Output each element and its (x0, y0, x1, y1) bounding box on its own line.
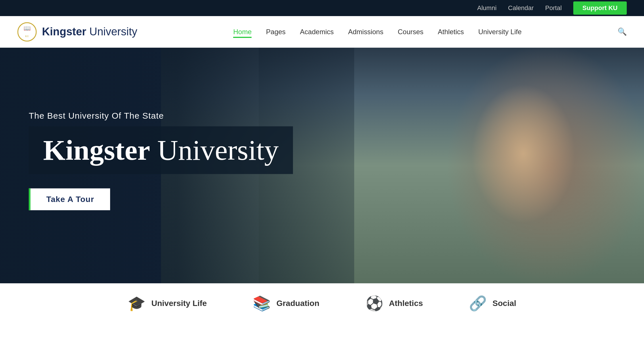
logo-area[interactable]: 📖 KU Kingster University (17, 22, 137, 42)
logo-icon: 📖 KU (17, 22, 37, 42)
graduation-icon: 📚 (253, 295, 271, 312)
hero-section: The Best University Of The State Kingste… (0, 48, 644, 283)
hero-subtitle: The Best University Of The State (29, 111, 293, 121)
nav-admissions[interactable]: Admissions (348, 28, 384, 37)
bottom-strip: 🎓 University Life 📚 Graduation ⚽ Athleti… (0, 283, 644, 323)
logo-bold: Kingster (42, 26, 86, 38)
nav-links: Home Pages Academics Admissions Courses … (233, 28, 522, 36)
athletics-icon: ⚽ (365, 295, 383, 312)
social-label: Social (492, 299, 516, 308)
social-icon: 🔗 (469, 295, 487, 312)
nav-home[interactable]: Home (233, 28, 252, 38)
graduation-label: Graduation (276, 299, 319, 308)
nav-courses[interactable]: Courses (398, 28, 423, 37)
bottom-item-graduation[interactable]: 📚 Graduation (253, 295, 319, 312)
search-icon[interactable]: 🔍 (618, 27, 627, 36)
calendar-link[interactable]: Calendar (508, 4, 534, 12)
svg-text:KU: KU (25, 35, 29, 38)
top-bar: Alumni Calendar Portal Support KU (0, 0, 644, 16)
bottom-item-university-life[interactable]: 🎓 University Life (128, 295, 207, 312)
university-life-label: University Life (151, 299, 207, 308)
nav-university-life[interactable]: University Life (478, 28, 522, 37)
nav-athletics[interactable]: Athletics (438, 28, 464, 37)
take-tour-button[interactable]: Take A Tour (29, 188, 110, 210)
nav-pages[interactable]: Pages (266, 28, 285, 37)
alumni-link[interactable]: Alumni (477, 4, 497, 12)
bottom-item-social[interactable]: 🔗 Social (469, 295, 516, 312)
logo-light: University (86, 26, 137, 38)
nav-academics[interactable]: Academics (300, 28, 334, 37)
hero-title-light: University (150, 134, 279, 166)
navbar: 📖 KU Kingster University Home Pages Acad… (0, 16, 644, 48)
hero-title-bold: Kingster (43, 134, 150, 166)
portal-link[interactable]: Portal (545, 4, 561, 12)
hero-title-box: Kingster University (29, 126, 293, 174)
logo-text: Kingster University (42, 26, 137, 38)
university-life-icon: 🎓 (128, 295, 145, 312)
bottom-item-athletics[interactable]: ⚽ Athletics (365, 295, 423, 312)
athletics-label: Athletics (389, 299, 423, 308)
hero-content: The Best University Of The State Kingste… (29, 111, 293, 210)
support-button[interactable]: Support KU (573, 1, 627, 15)
hero-title: Kingster University (43, 134, 279, 166)
svg-text:📖: 📖 (24, 25, 31, 32)
